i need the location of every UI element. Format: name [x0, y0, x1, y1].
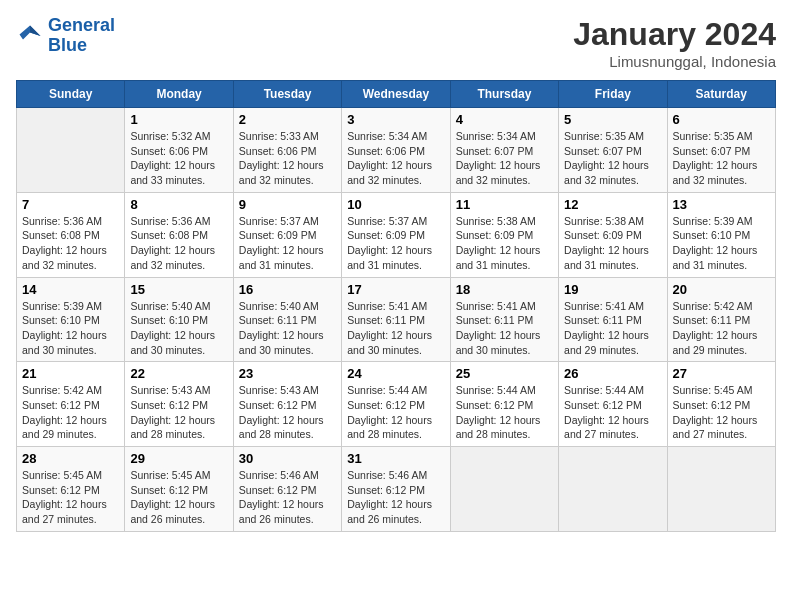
day-number: 4	[456, 112, 553, 127]
day-info: Sunrise: 5:36 AMSunset: 6:08 PMDaylight:…	[22, 214, 119, 273]
day-info: Sunrise: 5:45 AMSunset: 6:12 PMDaylight:…	[130, 468, 227, 527]
day-info: Sunrise: 5:37 AMSunset: 6:09 PMDaylight:…	[239, 214, 336, 273]
calendar-cell: 22Sunrise: 5:43 AMSunset: 6:12 PMDayligh…	[125, 362, 233, 447]
logo-line2: Blue	[48, 35, 87, 55]
calendar-table: SundayMondayTuesdayWednesdayThursdayFrid…	[16, 80, 776, 532]
day-number: 23	[239, 366, 336, 381]
day-info: Sunrise: 5:41 AMSunset: 6:11 PMDaylight:…	[564, 299, 661, 358]
day-number: 30	[239, 451, 336, 466]
day-info: Sunrise: 5:41 AMSunset: 6:11 PMDaylight:…	[456, 299, 553, 358]
weekday-header: Wednesday	[342, 81, 450, 108]
calendar-cell: 28Sunrise: 5:45 AMSunset: 6:12 PMDayligh…	[17, 447, 125, 532]
calendar-cell	[17, 108, 125, 193]
calendar-cell: 13Sunrise: 5:39 AMSunset: 6:10 PMDayligh…	[667, 192, 775, 277]
calendar-cell: 30Sunrise: 5:46 AMSunset: 6:12 PMDayligh…	[233, 447, 341, 532]
day-number: 11	[456, 197, 553, 212]
day-number: 26	[564, 366, 661, 381]
day-info: Sunrise: 5:38 AMSunset: 6:09 PMDaylight:…	[456, 214, 553, 273]
calendar-week-row: 7Sunrise: 5:36 AMSunset: 6:08 PMDaylight…	[17, 192, 776, 277]
page-header: General Blue January 2024 Limusnunggal, …	[16, 16, 776, 70]
day-info: Sunrise: 5:34 AMSunset: 6:06 PMDaylight:…	[347, 129, 444, 188]
day-number: 24	[347, 366, 444, 381]
calendar-cell: 12Sunrise: 5:38 AMSunset: 6:09 PMDayligh…	[559, 192, 667, 277]
calendar-cell: 8Sunrise: 5:36 AMSunset: 6:08 PMDaylight…	[125, 192, 233, 277]
day-info: Sunrise: 5:40 AMSunset: 6:10 PMDaylight:…	[130, 299, 227, 358]
day-number: 13	[673, 197, 770, 212]
calendar-cell: 10Sunrise: 5:37 AMSunset: 6:09 PMDayligh…	[342, 192, 450, 277]
day-number: 9	[239, 197, 336, 212]
month-year: January 2024	[573, 16, 776, 53]
calendar-cell: 16Sunrise: 5:40 AMSunset: 6:11 PMDayligh…	[233, 277, 341, 362]
weekday-header: Monday	[125, 81, 233, 108]
day-number: 29	[130, 451, 227, 466]
weekday-row: SundayMondayTuesdayWednesdayThursdayFrid…	[17, 81, 776, 108]
day-info: Sunrise: 5:40 AMSunset: 6:11 PMDaylight:…	[239, 299, 336, 358]
logo-text: General Blue	[48, 16, 115, 56]
day-info: Sunrise: 5:42 AMSunset: 6:11 PMDaylight:…	[673, 299, 770, 358]
calendar-week-row: 21Sunrise: 5:42 AMSunset: 6:12 PMDayligh…	[17, 362, 776, 447]
calendar-cell: 15Sunrise: 5:40 AMSunset: 6:10 PMDayligh…	[125, 277, 233, 362]
logo-line1: General	[48, 15, 115, 35]
calendar-cell: 21Sunrise: 5:42 AMSunset: 6:12 PMDayligh…	[17, 362, 125, 447]
day-number: 31	[347, 451, 444, 466]
calendar-cell	[667, 447, 775, 532]
day-number: 3	[347, 112, 444, 127]
day-number: 2	[239, 112, 336, 127]
day-number: 14	[22, 282, 119, 297]
day-info: Sunrise: 5:46 AMSunset: 6:12 PMDaylight:…	[347, 468, 444, 527]
calendar-cell: 20Sunrise: 5:42 AMSunset: 6:11 PMDayligh…	[667, 277, 775, 362]
day-info: Sunrise: 5:35 AMSunset: 6:07 PMDaylight:…	[673, 129, 770, 188]
day-info: Sunrise: 5:32 AMSunset: 6:06 PMDaylight:…	[130, 129, 227, 188]
calendar-cell: 14Sunrise: 5:39 AMSunset: 6:10 PMDayligh…	[17, 277, 125, 362]
day-number: 15	[130, 282, 227, 297]
day-info: Sunrise: 5:39 AMSunset: 6:10 PMDaylight:…	[673, 214, 770, 273]
logo-icon	[16, 22, 44, 50]
day-info: Sunrise: 5:44 AMSunset: 6:12 PMDaylight:…	[564, 383, 661, 442]
day-number: 17	[347, 282, 444, 297]
weekday-header: Sunday	[17, 81, 125, 108]
day-info: Sunrise: 5:35 AMSunset: 6:07 PMDaylight:…	[564, 129, 661, 188]
day-number: 25	[456, 366, 553, 381]
day-number: 10	[347, 197, 444, 212]
calendar-cell: 7Sunrise: 5:36 AMSunset: 6:08 PMDaylight…	[17, 192, 125, 277]
day-number: 8	[130, 197, 227, 212]
day-info: Sunrise: 5:37 AMSunset: 6:09 PMDaylight:…	[347, 214, 444, 273]
calendar-cell: 27Sunrise: 5:45 AMSunset: 6:12 PMDayligh…	[667, 362, 775, 447]
weekday-header: Thursday	[450, 81, 558, 108]
logo: General Blue	[16, 16, 115, 56]
day-info: Sunrise: 5:44 AMSunset: 6:12 PMDaylight:…	[456, 383, 553, 442]
weekday-header: Tuesday	[233, 81, 341, 108]
calendar-cell	[450, 447, 558, 532]
day-number: 12	[564, 197, 661, 212]
day-info: Sunrise: 5:46 AMSunset: 6:12 PMDaylight:…	[239, 468, 336, 527]
calendar-week-row: 1Sunrise: 5:32 AMSunset: 6:06 PMDaylight…	[17, 108, 776, 193]
weekday-header: Friday	[559, 81, 667, 108]
day-number: 19	[564, 282, 661, 297]
calendar-cell: 23Sunrise: 5:43 AMSunset: 6:12 PMDayligh…	[233, 362, 341, 447]
calendar-cell: 25Sunrise: 5:44 AMSunset: 6:12 PMDayligh…	[450, 362, 558, 447]
day-info: Sunrise: 5:43 AMSunset: 6:12 PMDaylight:…	[239, 383, 336, 442]
day-info: Sunrise: 5:41 AMSunset: 6:11 PMDaylight:…	[347, 299, 444, 358]
day-info: Sunrise: 5:36 AMSunset: 6:08 PMDaylight:…	[130, 214, 227, 273]
day-info: Sunrise: 5:34 AMSunset: 6:07 PMDaylight:…	[456, 129, 553, 188]
calendar-cell: 2Sunrise: 5:33 AMSunset: 6:06 PMDaylight…	[233, 108, 341, 193]
svg-marker-1	[30, 25, 41, 36]
day-number: 7	[22, 197, 119, 212]
calendar-week-row: 14Sunrise: 5:39 AMSunset: 6:10 PMDayligh…	[17, 277, 776, 362]
location: Limusnunggal, Indonesia	[573, 53, 776, 70]
calendar-week-row: 28Sunrise: 5:45 AMSunset: 6:12 PMDayligh…	[17, 447, 776, 532]
calendar-cell: 5Sunrise: 5:35 AMSunset: 6:07 PMDaylight…	[559, 108, 667, 193]
day-info: Sunrise: 5:45 AMSunset: 6:12 PMDaylight:…	[673, 383, 770, 442]
day-number: 21	[22, 366, 119, 381]
day-number: 1	[130, 112, 227, 127]
day-info: Sunrise: 5:38 AMSunset: 6:09 PMDaylight:…	[564, 214, 661, 273]
calendar-cell: 29Sunrise: 5:45 AMSunset: 6:12 PMDayligh…	[125, 447, 233, 532]
calendar-header: SundayMondayTuesdayWednesdayThursdayFrid…	[17, 81, 776, 108]
calendar-cell: 18Sunrise: 5:41 AMSunset: 6:11 PMDayligh…	[450, 277, 558, 362]
day-info: Sunrise: 5:44 AMSunset: 6:12 PMDaylight:…	[347, 383, 444, 442]
calendar-cell: 19Sunrise: 5:41 AMSunset: 6:11 PMDayligh…	[559, 277, 667, 362]
day-info: Sunrise: 5:43 AMSunset: 6:12 PMDaylight:…	[130, 383, 227, 442]
calendar-cell: 3Sunrise: 5:34 AMSunset: 6:06 PMDaylight…	[342, 108, 450, 193]
calendar-cell: 9Sunrise: 5:37 AMSunset: 6:09 PMDaylight…	[233, 192, 341, 277]
calendar-cell: 6Sunrise: 5:35 AMSunset: 6:07 PMDaylight…	[667, 108, 775, 193]
